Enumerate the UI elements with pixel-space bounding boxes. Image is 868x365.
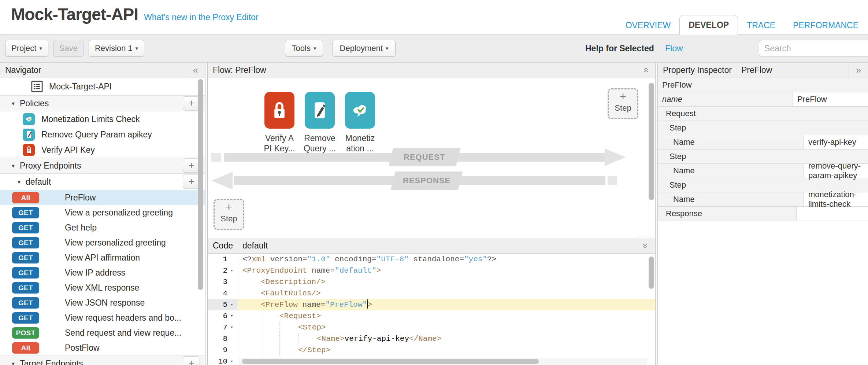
inspector-section-step: Step [658, 121, 868, 135]
flow-item-postflow[interactable]: AllPostFlow [0, 340, 205, 355]
navigator-section-policies[interactable]: ▾Policies+ [0, 95, 205, 111]
indent-guide [242, 322, 261, 333]
inspector-value[interactable]: verify-api-key [804, 135, 868, 149]
flow-help-link[interactable]: Flow [665, 40, 683, 57]
navigator-item-mock-target-api[interactable]: Mock-Target-API [0, 78, 205, 95]
code-horizontal-scrollbar[interactable] [242, 359, 539, 364]
search-input[interactable] [759, 40, 868, 57]
flow-item-label: View request headers and bo... [65, 313, 181, 323]
flow-item-view-ip-address[interactable]: GETView IP address [0, 265, 205, 280]
inspector-value[interactable] [797, 207, 868, 221]
flow-scrollbar[interactable] [649, 83, 654, 200]
inspector-section-preflow: PreFlow [658, 78, 868, 92]
flow-item-view-request-headers-and-bo-[interactable]: GETView request headers and bo... [0, 310, 205, 325]
inspector-row-name: Nameverify-api-key [658, 135, 868, 150]
save-button[interactable]: Save [53, 40, 84, 57]
fold-arrow-icon[interactable]: ▾ [227, 299, 236, 310]
tab-bar: OVERVIEWDEVELOPTRACEPERFORMANCE [617, 15, 867, 35]
policy-item-verify-api-key[interactable]: Verify API Key [0, 142, 205, 158]
code-token: <PreFlow [261, 301, 298, 309]
inspector-section-label: PreFlow [658, 80, 692, 90]
navigator-section-proxy-endpoints[interactable]: ▾Proxy Endpoints+ [0, 158, 205, 174]
flow-step-remove-query-param-apikey[interactable]: RemoveQuery ... [298, 92, 342, 154]
fold-arrow-icon[interactable]: ▾ [227, 322, 236, 333]
indent-guide [242, 299, 261, 310]
tab-develop[interactable]: DEVELOP [679, 15, 738, 35]
flow-step-monetization-limits-check[interactable]: Monetization ... [338, 92, 382, 154]
code-token: = [303, 255, 307, 263]
navigator-section-target-endpoints[interactable]: ▾Target Endpoints+ [0, 355, 205, 365]
add-step-button-top[interactable]: + Step [608, 88, 638, 119]
page-title: Mock-Target-API [11, 4, 138, 24]
proxy-list-icon [31, 80, 43, 93]
step-button-label: Step [609, 103, 637, 113]
project-dropdown[interactable]: Project ▾ [5, 40, 48, 57]
tab-overview[interactable]: OVERVIEW [617, 16, 680, 35]
code-line-8[interactable]: 8<Name>verify-api-key</Name> [208, 333, 655, 344]
inspector-value[interactable]: monetization-limits-check [804, 192, 868, 206]
request-label-text: REQUEST [404, 152, 445, 162]
code-line-2[interactable]: 2▾<ProxyEndpoint name="default"> [208, 265, 655, 276]
inspector-value[interactable]: PreFlow [793, 92, 868, 106]
property-inspector-panel: Property Inspector PreFlow » PreFlowname… [657, 63, 868, 365]
flow-item-send-request-and-view-reque-[interactable]: POSTSend request and view reque... [0, 325, 205, 340]
collapse-navigator-button[interactable]: « [186, 63, 205, 78]
dropdown-arrow-icon: ▾ [386, 40, 389, 56]
flow-item-view-api-affirmation[interactable]: GETView API affirmation [0, 250, 205, 265]
code-token: "default" [335, 266, 376, 275]
code-line-4[interactable]: 4<FaultRules/> [208, 288, 655, 299]
deployment-dropdown[interactable]: Deployment ▾ [333, 40, 396, 57]
flow-item-view-json-response[interactable]: GETView JSON response [0, 295, 205, 310]
navigator-scrollbar[interactable] [198, 79, 203, 290]
code-line-3[interactable]: 3<Description/> [208, 276, 655, 288]
help-for-selected-label: Help for Selected [585, 40, 654, 57]
flow-item-view-personalized-greeting[interactable]: GETView personalized greeting [0, 235, 205, 250]
flow-item-view-xml-response[interactable]: GETView XML response [0, 280, 205, 295]
property-inspector-subtitle: PreFlow [732, 65, 772, 75]
expand-inspector-button[interactable]: » [849, 63, 868, 78]
code-token: standalone [413, 255, 459, 263]
code-line-5[interactable]: 5▾<PreFlow name="PreFlow"> [208, 299, 655, 310]
collapse-flow-button[interactable]: » [638, 60, 653, 80]
revision-dropdown[interactable]: Revision 1 ▾ [89, 40, 144, 57]
policy-item-monetization-limits-check[interactable]: Monetization Limits Check [0, 111, 205, 127]
dropdown-arrow-icon: ▾ [39, 40, 42, 56]
tab-performance[interactable]: PERFORMANCE [784, 16, 867, 35]
inspector-value[interactable]: remove-query-param-apikey [804, 164, 868, 178]
code-token [307, 266, 312, 275]
code-line-content: <ProxyEndpoint name="default"> [238, 265, 655, 276]
flow-item-get-help[interactable]: GETGet help [0, 220, 205, 235]
method-badge: GET [12, 207, 39, 218]
tab-trace[interactable]: TRACE [738, 16, 784, 35]
flow-item-view-a-personalized-greeting[interactable]: GETView a personalized greeting [0, 205, 205, 220]
code-token [330, 255, 335, 263]
collapse-code-button[interactable]: » [638, 236, 653, 255]
code-vertical-scrollbar[interactable] [649, 257, 654, 289]
fold-arrow-icon[interactable]: ▾ [227, 310, 236, 322]
add-step-button-bottom[interactable]: + Step [214, 199, 244, 230]
navigator-section-default[interactable]: ▾default+ [0, 174, 205, 190]
flow-item-preflow[interactable]: AllPreFlow [0, 190, 205, 205]
code-line-6[interactable]: 6▾<Request> [208, 310, 655, 322]
add-button[interactable]: + [183, 96, 200, 111]
middle-panels: Flow: PreFlow » Verify API Key...RemoveQ… [207, 63, 656, 365]
policy-item-remove-query-param-apikey[interactable]: Remove Query Param apikey [0, 127, 205, 142]
code-line-7[interactable]: 7▾<Step> [208, 322, 655, 333]
flow-step-verify-api-key[interactable]: Verify API Key... [257, 92, 301, 154]
fold-arrow-icon[interactable]: ▾ [227, 265, 236, 276]
fold-spacer [227, 254, 236, 265]
add-button[interactable]: + [183, 159, 200, 173]
code-token: name [312, 266, 330, 275]
add-button[interactable]: + [183, 175, 200, 189]
code-editor[interactable]: 1<?xml version="1.0" encoding="UTF-8" st… [208, 254, 655, 365]
flow-step-label: RemoveQuery ... [298, 133, 342, 154]
proxy-editor: Mock-Target-API What's new in the Proxy … [0, 0, 868, 365]
fold-arrow-icon[interactable]: ▾ [227, 356, 236, 365]
code-line-content: <PreFlow name="PreFlow"> [238, 299, 655, 310]
indent-guide [242, 310, 261, 322]
code-line-1[interactable]: 1<?xml version="1.0" encoding="UTF-8" st… [208, 254, 655, 265]
whats-new-link[interactable]: What's new in the Proxy Editor [144, 12, 258, 22]
code-line-9[interactable]: 9</Step> [208, 344, 655, 356]
add-button[interactable]: + [183, 357, 200, 365]
tools-dropdown[interactable]: Tools ▾ [285, 40, 323, 57]
